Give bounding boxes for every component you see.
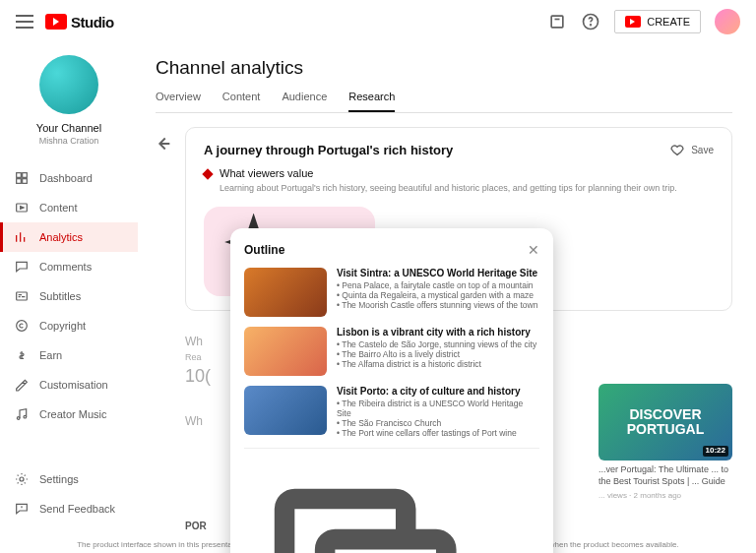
heart-icon — [669, 142, 685, 157]
video-title: ...ver Portugal: The Ultimate ... to the… — [598, 464, 732, 487]
music-icon — [14, 406, 30, 422]
tabs: Overview Content Audience Research — [156, 91, 732, 113]
sidebar-item-copyright[interactable]: Copyright — [0, 311, 138, 340]
dashboard-icon — [14, 170, 30, 186]
section-thumbnail — [244, 386, 327, 435]
svg-rect-6 — [23, 179, 28, 184]
back-arrow-icon[interactable] — [152, 133, 173, 154]
channel-subtitle: Mishna Cration — [39, 136, 99, 146]
section-title: Visit Sintra: a UNESCO World Heritage Si… — [337, 268, 539, 278]
section-thumbnail — [244, 268, 327, 317]
save-button[interactable]: Save — [669, 142, 714, 157]
sidebar-item-comments[interactable]: Comments — [0, 252, 138, 281]
subtitles-icon — [14, 288, 30, 304]
tab-research[interactable]: Research — [348, 91, 395, 112]
sidebar: Your Channel Mishna Cration Dashboard Co… — [0, 43, 138, 535]
analytics-icon — [14, 229, 30, 245]
sidebar-item-settings[interactable]: Settings — [0, 464, 138, 494]
youtube-icon — [45, 14, 67, 30]
tab-audience[interactable]: Audience — [282, 91, 327, 112]
outline-popup: Outline ✕ Visit Sintra: a UNESCO World H… — [230, 228, 553, 553]
sidebar-item-dashboard[interactable]: Dashboard — [0, 163, 138, 193]
channel-title: Your Channel — [36, 122, 101, 134]
tab-content[interactable]: Content — [222, 91, 261, 112]
svg-rect-4 — [23, 173, 28, 178]
svg-point-12 — [20, 477, 24, 481]
svg-point-11 — [24, 415, 27, 418]
outline-title: Outline — [244, 243, 284, 257]
earn-icon — [14, 347, 30, 363]
user-avatar[interactable] — [715, 9, 740, 34]
diamond-icon — [202, 168, 213, 179]
section-thumbnail — [244, 327, 327, 376]
outline-section: Visit Sintra: a UNESCO World Heritage Si… — [244, 268, 539, 317]
sidebar-item-earn[interactable]: Earn — [0, 340, 138, 370]
sidebar-item-customisation[interactable]: Customisation — [0, 370, 138, 399]
svg-rect-0 — [551, 16, 563, 28]
video-meta: ... views · 2 months ago — [598, 491, 732, 501]
sidebar-item-feedback[interactable]: Send Feedback — [0, 494, 138, 523]
page-title: Channel analytics — [156, 57, 732, 79]
section-title: Lisbon is a vibrant city with a rich his… — [337, 327, 539, 338]
svg-point-10 — [17, 417, 20, 420]
copy-icon — [244, 459, 486, 553]
feedback-icon — [14, 501, 30, 517]
svg-point-9 — [17, 321, 28, 332]
sidebar-item-subtitles[interactable]: Subtitles — [0, 281, 138, 311]
value-heading: What viewers value — [220, 167, 677, 179]
content-icon — [14, 200, 30, 215]
outline-section: Lisbon is a vibrant city with a rich his… — [244, 327, 539, 376]
close-icon[interactable]: ✕ — [528, 242, 539, 258]
search-icon[interactable] — [547, 12, 567, 31]
nav: Dashboard Content Analytics Comments Sub… — [0, 163, 138, 429]
section-bullets: The Ribeira district is a UNESCO World H… — [337, 399, 539, 438]
value-text: Learning about Portugal's rich history, … — [220, 182, 677, 195]
video-card[interactable]: DISCOVER PORTUGAL 10:22 ...ver Portugal:… — [598, 384, 732, 502]
copy-outline-button[interactable]: Copy outline — [244, 448, 539, 553]
copyright-icon — [14, 318, 30, 334]
svg-rect-13 — [325, 539, 446, 553]
svg-rect-5 — [17, 179, 22, 184]
section-bullets: Pena Palace, a fairytale castle on top o… — [337, 280, 539, 310]
create-button[interactable]: CREATE — [614, 10, 701, 33]
research-title: A journey through Portugal's rich histor… — [204, 143, 453, 157]
video-thumbnail: DISCOVER PORTUGAL 10:22 — [598, 384, 732, 461]
create-label: CREATE — [647, 16, 690, 28]
video-duration: 10:22 — [703, 446, 728, 457]
channel-avatar — [39, 55, 98, 114]
youtube-studio-logo[interactable]: Studio — [45, 14, 114, 31]
tab-overview[interactable]: Overview — [156, 91, 201, 112]
sidebar-item-content[interactable]: Content — [0, 193, 138, 222]
gear-icon — [14, 471, 30, 487]
sidebar-item-analytics[interactable]: Analytics — [0, 222, 138, 252]
top-bar: Studio CREATE — [0, 0, 756, 43]
help-icon[interactable] — [581, 12, 600, 31]
sidebar-item-creator-music[interactable]: Creator Music — [0, 399, 138, 429]
comments-icon — [14, 259, 30, 275]
svg-rect-8 — [17, 292, 28, 300]
menu-icon[interactable] — [16, 15, 33, 29]
section-title: Visit Porto: a city of culture and histo… — [337, 386, 539, 397]
studio-text: Studio — [71, 14, 114, 31]
outline-section: Visit Porto: a city of culture and histo… — [244, 386, 539, 438]
section-bullets: The Castelo de São Jorge, stunning views… — [337, 339, 539, 369]
create-icon — [625, 16, 641, 28]
svg-point-2 — [591, 25, 592, 26]
channel-block[interactable]: Your Channel Mishna Cration — [0, 51, 138, 159]
svg-rect-3 — [17, 173, 22, 178]
customisation-icon — [14, 377, 30, 393]
